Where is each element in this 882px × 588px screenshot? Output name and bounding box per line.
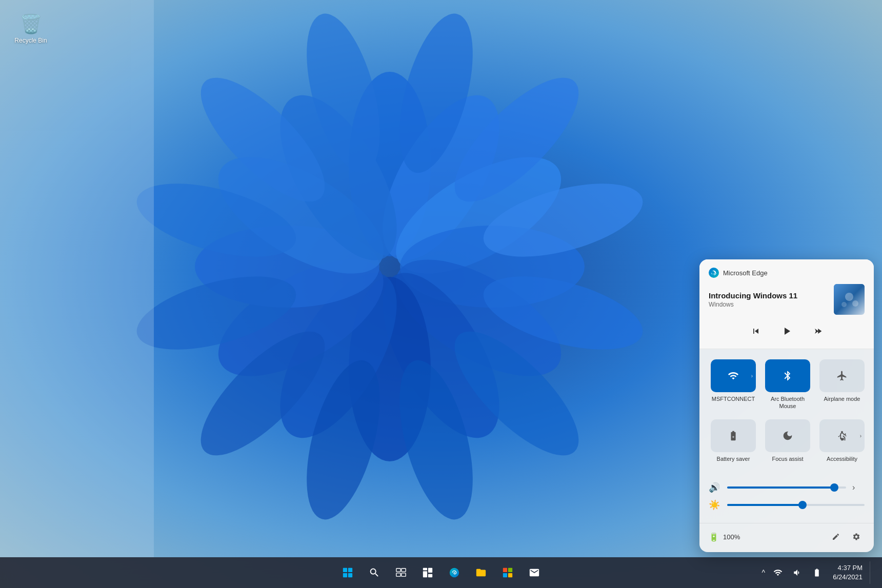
- battery-percent: 100%: [723, 533, 740, 541]
- focus-assist-label: Focus assist: [772, 455, 803, 462]
- wifi-button[interactable]: ›: [711, 359, 756, 392]
- volume-icon: 🔊: [709, 482, 721, 493]
- qs-bottom-bar: 🔋 100%: [699, 523, 874, 552]
- svg-rect-37: [396, 573, 400, 576]
- svg-rect-40: [428, 568, 432, 573]
- volume-fill: [727, 486, 834, 489]
- volume-thumb[interactable]: [830, 483, 838, 492]
- recycle-bin-image: 🗑️: [19, 13, 43, 35]
- svg-rect-33: [343, 573, 347, 577]
- airplane-button[interactable]: [819, 359, 865, 392]
- recycle-bin-icon[interactable]: 🗑️ Recycle Bin: [10, 10, 51, 47]
- battery-saver-button[interactable]: [711, 419, 756, 452]
- brightness-slider[interactable]: [727, 504, 865, 506]
- quick-settings-panel: Microsoft Edge Introducing Windows 11 Wi…: [699, 259, 874, 552]
- brightness-thumb[interactable]: [798, 501, 807, 509]
- play-button[interactable]: [777, 322, 796, 340]
- wifi-label: MSFTCONNECT: [712, 395, 755, 402]
- clock-display[interactable]: 4:37 PM 6/24/2021: [828, 561, 868, 584]
- svg-rect-36: [402, 569, 406, 572]
- quick-tiles-section: › MSFTCONNECT Arc BluetoothMouse: [699, 349, 874, 478]
- svg-rect-38: [402, 573, 406, 576]
- volume-slider[interactable]: [727, 486, 846, 489]
- focus-assist-button[interactable]: [765, 419, 810, 452]
- system-tray: ^ 4:37 PM 6/24/2021: [760, 561, 874, 584]
- accessibility-tile[interactable]: › Accessibility: [817, 417, 867, 464]
- media-title: Introducing Windows 11: [709, 291, 828, 300]
- svg-rect-41: [423, 571, 427, 577]
- search-button[interactable]: [363, 561, 386, 584]
- svg-rect-46: [503, 573, 507, 577]
- airplane-tile[interactable]: Airplane mode: [817, 357, 867, 412]
- brightness-icon: ☀️: [709, 499, 721, 511]
- brightness-slider-row: ☀️: [709, 499, 865, 511]
- media-header: Microsoft Edge: [709, 268, 865, 278]
- clock-date: 6/24/2021: [833, 573, 863, 582]
- svg-rect-47: [508, 573, 512, 577]
- svg-rect-34: [348, 573, 352, 577]
- svg-rect-42: [428, 574, 432, 577]
- tray-overflow-button[interactable]: ^: [760, 566, 768, 579]
- svg-point-28: [841, 302, 847, 307]
- start-button[interactable]: [336, 561, 359, 584]
- svg-rect-25: [0, 0, 154, 557]
- svg-point-27: [845, 293, 853, 301]
- svg-rect-44: [503, 568, 507, 572]
- clock-time: 4:37 PM: [833, 563, 863, 573]
- qs-actions: [828, 529, 865, 545]
- task-view-button[interactable]: [390, 561, 412, 584]
- media-info: Introducing Windows 11 Windows: [709, 291, 828, 308]
- svg-rect-35: [396, 569, 400, 572]
- accessibility-button[interactable]: ›: [819, 419, 865, 452]
- taskbar-center: [336, 561, 546, 584]
- mail-button[interactable]: [523, 561, 546, 584]
- battery-info: 🔋 100%: [709, 532, 740, 542]
- media-app-name: Microsoft Edge: [723, 269, 768, 277]
- volume-expand-button[interactable]: ›: [852, 483, 865, 492]
- bluetooth-label: Arc BluetoothMouse: [771, 395, 805, 410]
- show-desktop-button[interactable]: [870, 561, 874, 584]
- media-player-section: Microsoft Edge Introducing Windows 11 Wi…: [699, 259, 874, 349]
- media-content: Introducing Windows 11 Windows: [709, 284, 865, 315]
- svg-rect-32: [348, 568, 352, 572]
- bluetooth-tile[interactable]: Arc BluetoothMouse: [763, 357, 812, 412]
- bluetooth-button[interactable]: [765, 359, 810, 392]
- battery-saver-label: Battery saver: [717, 455, 750, 462]
- accessibility-label: Accessibility: [827, 455, 857, 462]
- edge-logo-icon: [709, 268, 719, 278]
- focus-assist-tile[interactable]: Focus assist: [763, 417, 812, 464]
- battery-saver-tile[interactable]: Battery saver: [709, 417, 758, 464]
- airplane-label: Airplane mode: [824, 395, 860, 402]
- next-button[interactable]: [808, 322, 827, 340]
- settings-button[interactable]: [848, 529, 865, 545]
- battery-icon: 🔋: [709, 532, 719, 542]
- svg-point-29: [852, 300, 858, 307]
- media-controls: [709, 322, 865, 340]
- media-thumbnail: [834, 284, 865, 315]
- svg-rect-39: [423, 568, 427, 571]
- media-subtitle: Windows: [709, 301, 828, 308]
- edge-taskbar-button[interactable]: [443, 561, 466, 584]
- recycle-bin-label: Recycle Bin: [14, 37, 47, 44]
- battery-tray-icon[interactable]: [808, 566, 826, 579]
- tiles-row-2: Battery saver Focus assist ›: [709, 417, 865, 464]
- network-tray-icon[interactable]: [769, 566, 787, 579]
- store-button[interactable]: [496, 561, 519, 584]
- widgets-button[interactable]: [416, 561, 439, 584]
- tiles-row-1: › MSFTCONNECT Arc BluetoothMouse: [709, 357, 865, 412]
- file-explorer-button[interactable]: [470, 561, 492, 584]
- svg-rect-45: [508, 568, 512, 572]
- volume-tray-icon[interactable]: [789, 566, 806, 579]
- edit-button[interactable]: [828, 529, 844, 545]
- sliders-section: 🔊 › ☀️: [699, 478, 874, 523]
- svg-rect-31: [343, 568, 347, 572]
- taskbar: ^ 4:37 PM 6/24/2021: [0, 557, 882, 588]
- prev-button[interactable]: [747, 322, 765, 340]
- wifi-tile[interactable]: › MSFTCONNECT: [709, 357, 758, 412]
- volume-slider-row: 🔊 ›: [709, 482, 865, 493]
- brightness-fill: [727, 504, 803, 506]
